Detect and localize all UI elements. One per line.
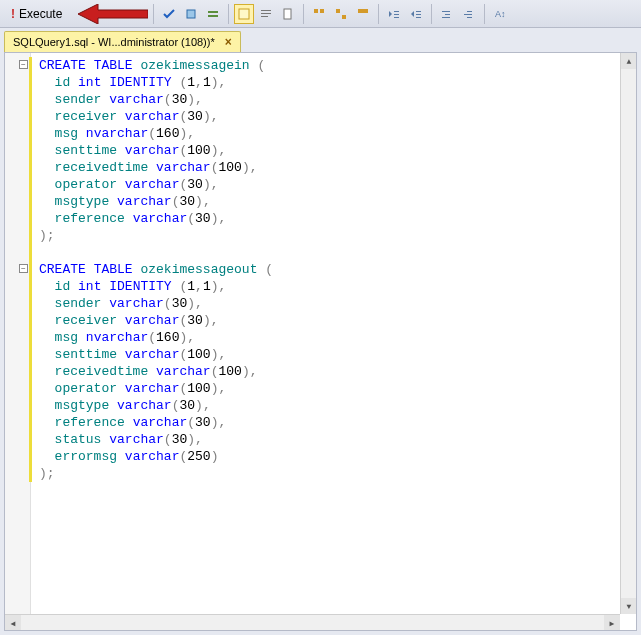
results-grid-icon[interactable]: [234, 4, 254, 24]
svg-rect-2: [208, 11, 218, 13]
svg-rect-20: [442, 11, 450, 12]
plan-icon[interactable]: [203, 4, 223, 24]
results-file-icon[interactable]: [278, 4, 298, 24]
fold-toggle-icon[interactable]: −: [19, 264, 28, 273]
editor-pane: −− CREATE TABLE ozekimessagein ( id int …: [4, 52, 637, 631]
svg-rect-22: [442, 17, 450, 18]
comment-icon[interactable]: [309, 4, 329, 24]
svg-rect-18: [416, 14, 421, 15]
gutter: −−: [5, 53, 31, 630]
svg-rect-25: [467, 17, 472, 18]
scroll-up-icon[interactable]: ▲: [621, 53, 636, 69]
close-icon[interactable]: ×: [225, 35, 232, 49]
svg-rect-21: [445, 14, 450, 15]
increase-indent-icon[interactable]: [459, 4, 479, 24]
svg-rect-7: [261, 16, 268, 17]
tab-bar: SQLQuery1.sql - WI...dministrator (108))…: [0, 28, 641, 52]
svg-rect-9: [314, 9, 318, 13]
scroll-right-icon[interactable]: ▶: [604, 615, 620, 630]
svg-rect-5: [261, 10, 271, 11]
vertical-scrollbar[interactable]: ▲ ▼: [620, 53, 636, 614]
execute-button[interactable]: ! Execute: [4, 4, 69, 24]
svg-rect-17: [416, 11, 421, 12]
toolbar: ! Execute A↕: [0, 0, 641, 28]
indent-icon[interactable]: [406, 4, 426, 24]
scroll-down-icon[interactable]: ▼: [621, 598, 636, 614]
svg-rect-24: [464, 14, 472, 15]
svg-rect-15: [394, 14, 399, 15]
svg-rect-1: [187, 10, 195, 18]
code-editor[interactable]: −− CREATE TABLE ozekimessagein ( id int …: [5, 53, 636, 630]
svg-rect-8: [284, 9, 291, 19]
svg-rect-19: [416, 17, 421, 18]
specify-values-icon[interactable]: A↕: [490, 4, 510, 24]
svg-rect-12: [342, 15, 346, 19]
svg-rect-23: [467, 11, 472, 12]
svg-rect-4: [239, 9, 249, 19]
bookmark-icon[interactable]: [353, 4, 373, 24]
svg-rect-6: [261, 13, 271, 14]
svg-rect-10: [320, 9, 324, 13]
annotation-arrow-icon: [78, 4, 148, 24]
debug-icon[interactable]: [181, 4, 201, 24]
uncomment-icon[interactable]: [331, 4, 351, 24]
svg-marker-0: [78, 4, 148, 24]
svg-rect-14: [394, 11, 399, 12]
execute-label: Execute: [19, 7, 62, 21]
scroll-left-icon[interactable]: ◀: [5, 615, 21, 630]
svg-rect-13: [358, 9, 368, 13]
svg-rect-3: [208, 15, 218, 17]
fold-toggle-icon[interactable]: −: [19, 60, 28, 69]
outdent-icon[interactable]: [384, 4, 404, 24]
execute-icon: !: [11, 7, 15, 21]
horizontal-scrollbar[interactable]: ◀ ▶: [5, 614, 620, 630]
tab-sqlquery1[interactable]: SQLQuery1.sql - WI...dministrator (108))…: [4, 31, 241, 52]
code-content[interactable]: CREATE TABLE ozekimessagein ( id int IDE…: [39, 57, 632, 482]
svg-rect-11: [336, 9, 340, 13]
decrease-indent-icon[interactable]: [437, 4, 457, 24]
results-text-icon[interactable]: [256, 4, 276, 24]
svg-rect-16: [394, 17, 399, 18]
change-indicator: [29, 57, 32, 482]
tab-title: SQLQuery1.sql - WI...dministrator (108))…: [13, 36, 215, 48]
parse-icon[interactable]: [159, 4, 179, 24]
